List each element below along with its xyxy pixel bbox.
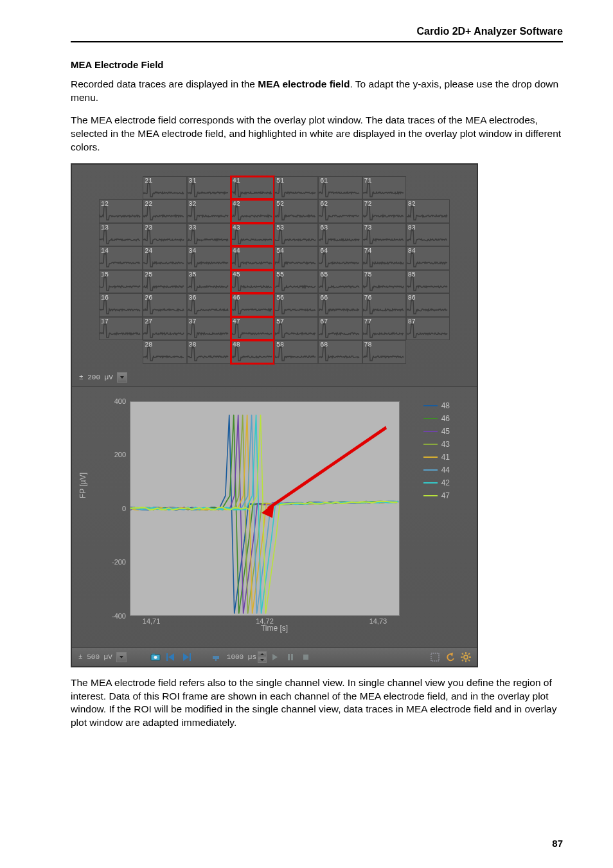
- electrode-cell-75[interactable]: 75: [362, 270, 406, 294]
- electrode-cell-71[interactable]: 71: [362, 176, 406, 200]
- mea-yaxis-dropdown[interactable]: [117, 372, 127, 383]
- electrode-cell-66[interactable]: 66: [318, 293, 362, 317]
- electrode-cell-48[interactable]: 48: [231, 340, 274, 364]
- electrode-cell-31[interactable]: 31: [187, 176, 231, 200]
- electrode-cell-63[interactable]: 63: [318, 223, 362, 247]
- pause-button[interactable]: [283, 651, 298, 664]
- electrode-cell-53[interactable]: 53: [274, 223, 318, 247]
- electrode-cell-33[interactable]: 33: [187, 223, 231, 247]
- electrode-cell-25[interactable]: 25: [143, 270, 186, 294]
- electrode-cell-54[interactable]: 54: [274, 246, 318, 270]
- electrode-cell-65[interactable]: 65: [318, 270, 362, 294]
- svg-line-0: [268, 427, 386, 508]
- electrode-label: 53: [276, 224, 284, 231]
- electrode-cell-37[interactable]: 37: [187, 317, 231, 341]
- electrode-cell-67[interactable]: 67: [318, 317, 362, 341]
- electrode-cell-21[interactable]: 21: [143, 176, 186, 200]
- overlay-plot-window: FP [µV] 4002000-200-400 14,7114,7214,73 …: [72, 387, 477, 666]
- electrode-label: 78: [364, 341, 372, 348]
- electrode-cell-76[interactable]: 76: [362, 293, 406, 317]
- electrode-cell-28[interactable]: 28: [143, 340, 186, 364]
- legend-swatch: [423, 457, 438, 458]
- electrode-cell-83[interactable]: 83: [406, 223, 450, 247]
- section-heading: MEA Electrode Field: [71, 59, 563, 70]
- legend-swatch: [423, 495, 438, 496]
- overlay-yaxis-dropdown[interactable]: [116, 652, 127, 662]
- pin-icon[interactable]: [209, 651, 223, 664]
- electrode-cell-87[interactable]: 87: [406, 317, 450, 341]
- electrode-label: 33: [189, 224, 197, 231]
- stop-button[interactable]: [299, 651, 313, 664]
- electrode-cell-46[interactable]: 46: [231, 293, 274, 317]
- electrode-cell-15[interactable]: 15: [99, 270, 143, 294]
- electrode-cell-38[interactable]: 38: [187, 340, 231, 364]
- electrode-cell-72[interactable]: 72: [362, 199, 406, 223]
- electrode-cell-34[interactable]: 34: [187, 246, 231, 270]
- electrode-cell-78[interactable]: 78: [362, 340, 406, 364]
- electrode-cell-84[interactable]: 84: [406, 246, 450, 270]
- electrode-cell-32[interactable]: 32: [187, 199, 231, 223]
- time-window-spinner[interactable]: [258, 651, 267, 663]
- electrode-cell-14[interactable]: 14: [99, 246, 143, 270]
- electrode-label: 77: [364, 318, 372, 325]
- electrode-cell-22[interactable]: 22: [143, 199, 186, 223]
- electrode-cell-35[interactable]: 35: [187, 270, 231, 294]
- svg-marker-11: [272, 654, 278, 660]
- electrode-cell-27[interactable]: 27: [143, 317, 186, 341]
- plot-x-label: Time [s]: [72, 624, 477, 633]
- snapshot-button[interactable]: [148, 651, 163, 664]
- play-button[interactable]: [268, 651, 282, 664]
- electrode-cell-51[interactable]: 51: [274, 176, 318, 200]
- last-button[interactable]: [179, 651, 193, 664]
- svg-rect-12: [288, 654, 290, 660]
- electrode-cell-23[interactable]: 23: [143, 223, 186, 247]
- electrode-cell-62[interactable]: 62: [318, 199, 362, 223]
- electrode-cell-55[interactable]: 55: [274, 270, 318, 294]
- first-button[interactable]: [164, 651, 178, 664]
- electrode-cell-45[interactable]: 45: [231, 270, 274, 294]
- electrode-cell-26[interactable]: 26: [143, 293, 186, 317]
- electrode-label: 17: [101, 318, 109, 325]
- fit-button[interactable]: [428, 651, 442, 664]
- electrode-cell-43[interactable]: 43: [231, 223, 274, 247]
- paragraph-1: Recorded data traces are displayed in th…: [71, 78, 563, 105]
- electrode-cell-56[interactable]: 56: [274, 293, 318, 317]
- undo-button[interactable]: [443, 651, 458, 664]
- legend-item: 42: [423, 478, 450, 487]
- electrode-cell-85[interactable]: 85: [406, 270, 450, 294]
- electrode-cell-12[interactable]: 12: [99, 199, 143, 223]
- electrode-label: 46: [233, 294, 240, 302]
- electrode-cell-82[interactable]: 82: [406, 199, 450, 223]
- electrode-cell-64[interactable]: 64: [318, 246, 362, 270]
- electrode-label: 51: [276, 177, 284, 185]
- legend-label: 42: [441, 478, 450, 487]
- overlay-plot-area[interactable]: [130, 401, 400, 616]
- electrode-cell-42[interactable]: 42: [231, 199, 274, 223]
- settings-gear-icon[interactable]: [459, 651, 473, 664]
- electrode-cell-58[interactable]: 58: [274, 340, 318, 364]
- legend-item: 45: [423, 427, 450, 436]
- emphasis: MEA electrode field: [258, 78, 350, 89]
- electrode-cell-16[interactable]: 16: [99, 293, 143, 317]
- electrode-cell-44[interactable]: 44: [231, 246, 274, 270]
- electrode-cell-86[interactable]: 86: [406, 293, 450, 317]
- electrode-cell-41[interactable]: 41: [231, 176, 274, 200]
- electrode-cell-73[interactable]: 73: [362, 223, 406, 247]
- legend-item: 46: [423, 414, 450, 423]
- electrode-label: 24: [145, 248, 152, 255]
- electrode-label: 87: [408, 318, 416, 325]
- electrode-cell-52[interactable]: 52: [274, 199, 318, 223]
- electrode-cell-17[interactable]: 17: [99, 317, 143, 341]
- electrode-cell-77[interactable]: 77: [362, 317, 406, 341]
- electrode-cell-57[interactable]: 57: [274, 317, 318, 341]
- electrode-cell-68[interactable]: 68: [318, 340, 362, 364]
- electrode-cell-74[interactable]: 74: [362, 246, 406, 270]
- electrode-cell-61[interactable]: 61: [318, 176, 362, 200]
- legend-swatch: [423, 405, 438, 406]
- electrode-cell-36[interactable]: 36: [187, 293, 231, 317]
- electrode-cell-47[interactable]: 47: [231, 317, 274, 341]
- electrode-cell-24[interactable]: 24: [143, 246, 186, 270]
- paragraph-3: The MEA electrode field refers also to t…: [71, 676, 563, 730]
- electrode-cell-13[interactable]: 13: [99, 223, 143, 247]
- svg-line-25: [462, 660, 463, 661]
